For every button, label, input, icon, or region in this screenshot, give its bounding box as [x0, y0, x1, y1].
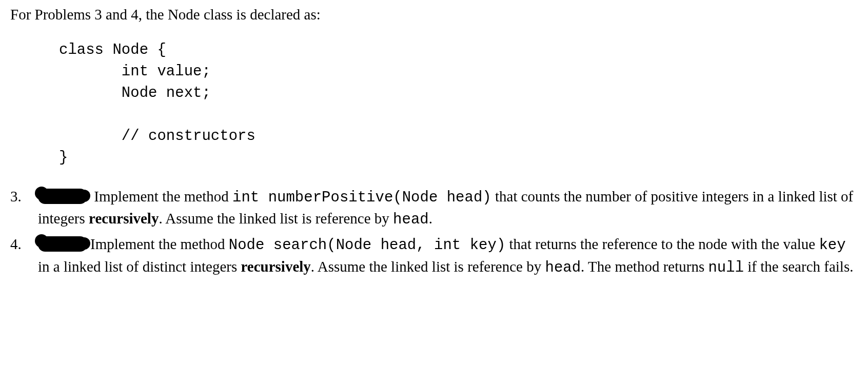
p3-text-1: Implement the method — [90, 188, 232, 205]
node-class-code: class Node { int value; Node next; // co… — [59, 39, 858, 169]
p4-key: key — [819, 237, 845, 254]
p4-text-3: in a linked list of distinct integers — [38, 258, 241, 275]
p4-text-4: . Assume the linked list is reference by — [311, 258, 545, 275]
p4-head: head — [545, 259, 581, 276]
problem-3: Implement the method int numberPositive(… — [10, 186, 858, 231]
p4-text-6: if the search fails. — [744, 258, 853, 275]
p3-text-3: . Assume the linked list is reference by — [159, 210, 393, 227]
problem-4: Implement the method Node search(Node he… — [10, 234, 858, 278]
intro-text: For Problems 3 and 4, the Node class is … — [10, 4, 858, 25]
p3-signature: int numberPositive(Node head) — [232, 189, 491, 206]
redaction-mark — [38, 189, 87, 204]
p4-text-5: . The method returns — [581, 258, 708, 275]
p4-signature: Node search(Node head, int key) — [229, 237, 506, 254]
p3-head: head — [393, 211, 429, 228]
p4-text-2: that returns the reference to the node w… — [505, 236, 819, 252]
problem-list: Implement the method int numberPositive(… — [10, 186, 858, 278]
p4-text-1: Implement the method — [90, 236, 229, 252]
p3-text-4: . — [429, 210, 432, 227]
redaction-mark — [38, 236, 87, 252]
p4-null: null — [708, 259, 744, 276]
p4-recursively: recursively — [241, 258, 310, 275]
p3-recursively: recursively — [89, 210, 159, 227]
